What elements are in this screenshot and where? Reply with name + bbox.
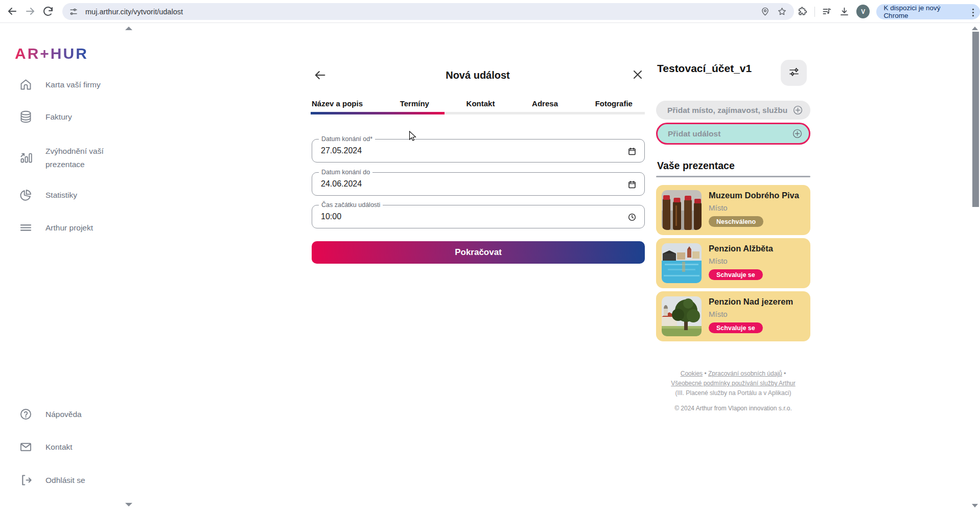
tab-contact[interactable]: Kontakt xyxy=(466,99,495,108)
sidebar-item-contact[interactable]: Kontakt xyxy=(19,440,73,454)
home-icon xyxy=(19,78,33,91)
sidebar-item-label: Statistiky xyxy=(45,189,77,202)
app-window: muj.arthur.city/vytvorit/udalost V xyxy=(0,0,980,510)
calendar-icon[interactable] xyxy=(627,147,637,156)
date-from-field[interactable]: Datum konání od* 27.05.2024 xyxy=(312,139,645,163)
copyright-text: © 2024 Arthur from Vlapon innovation s.r… xyxy=(646,405,821,412)
presentations-heading: Vaše prezentace xyxy=(657,160,735,172)
location-pin-icon[interactable] xyxy=(760,7,770,16)
toolbar-separator xyxy=(814,7,815,17)
pie-chart-icon xyxy=(19,188,33,202)
extensions-puzzle-icon[interactable] xyxy=(797,6,808,17)
sidebar-item-logout[interactable]: Odhlásit se xyxy=(19,473,85,487)
sidebar-item-label: Kontakt xyxy=(45,441,73,454)
browser-toolbar: muj.arthur.city/vytvorit/udalost V xyxy=(0,0,980,23)
clock-icon[interactable] xyxy=(627,213,637,222)
status-badge: Schvaluje se xyxy=(709,269,763,280)
sidebar-item-label: Arthur projekt xyxy=(45,221,93,235)
browser-back-icon[interactable] xyxy=(6,5,18,17)
terms-link[interactable]: Všeobecné podmínky používání služby Arth… xyxy=(671,380,795,387)
help-icon xyxy=(19,407,33,421)
presentations-divider xyxy=(656,176,810,177)
date-to-field[interactable]: Datum konání do 24.06.2024 xyxy=(312,172,645,196)
modal-title: Nová událost xyxy=(311,69,645,81)
sidebar-item-statistics[interactable]: Statistiky xyxy=(19,188,77,202)
plus-circle-icon xyxy=(792,128,803,139)
page-scroll-up-icon[interactable] xyxy=(972,27,978,30)
date-to-label: Datum konání do xyxy=(319,169,372,176)
modal-tabs: Název a popis Termíny Kontakt Adresa Fot… xyxy=(312,99,644,108)
download-icon[interactable] xyxy=(839,6,850,17)
sidebar-item-boost-presentation[interactable]: Zvýhodnění vaší prezentace xyxy=(19,145,120,171)
sidebar-scroll-down-icon[interactable] xyxy=(125,503,132,506)
sliders-icon xyxy=(788,66,800,80)
sidebar-item-arthur-project[interactable]: Arthur projekt xyxy=(19,221,93,235)
presentation-card-alzbeta[interactable]: Penzion Alžběta Místo Schvaluje se xyxy=(656,238,810,288)
personal-data-link[interactable]: Zpracování osobních údajů xyxy=(708,370,782,377)
sidebar-scroll-up-icon[interactable] xyxy=(125,27,132,30)
add-place-label: Přidat místo, zajímavost, službu xyxy=(667,106,787,115)
legal-note: (III. Placené služby na Portálu a v Apli… xyxy=(675,389,791,397)
bullet-separator: • xyxy=(703,370,708,377)
plus-circle-icon xyxy=(792,105,803,115)
card-subtitle: Místo xyxy=(709,257,728,265)
tab-dates[interactable]: Termíny xyxy=(400,99,429,108)
card-thumbnail-beer-bottles xyxy=(662,190,702,230)
presentation-card-muzeum[interactable]: Muzeum Dobrého Piva Místo Neschváleno xyxy=(656,185,810,235)
browser-forward-icon[interactable] xyxy=(24,5,36,17)
account-name: Testovací_účet_v1 xyxy=(657,62,752,75)
card-thumbnail-pool xyxy=(662,243,702,283)
mail-icon xyxy=(19,440,33,454)
sidebar-item-label: Zvýhodnění vaší prezentace xyxy=(45,145,120,171)
card-title: Penzion Alžběta xyxy=(709,244,773,253)
calendar-icon[interactable] xyxy=(627,180,637,189)
date-to-value[interactable]: 24.06.2024 xyxy=(321,179,362,189)
sidebar-item-label: Nápověda xyxy=(45,408,82,421)
continue-button[interactable]: Pokračovat xyxy=(312,241,645,264)
database-icon xyxy=(19,110,33,124)
sidebar-item-label: Odhlásit se xyxy=(45,474,85,487)
tab-address[interactable]: Adresa xyxy=(532,99,558,108)
chrome-update-label: K dispozici je nový Chrome xyxy=(883,4,965,19)
start-time-label: Čas začátku události xyxy=(319,201,383,208)
account-settings-button[interactable] xyxy=(781,60,807,86)
sidebar-item-help[interactable]: Nápověda xyxy=(19,407,82,421)
sidebar-item-label: Faktury xyxy=(45,110,72,124)
presentation-card-nad-jezerem[interactable]: Penzion Nad jezerem Místo Schvaluje se xyxy=(656,291,810,341)
card-title: Penzion Nad jezerem xyxy=(709,297,793,307)
tab-name-description[interactable]: Název a popis xyxy=(312,99,363,108)
date-from-value[interactable]: 27.05.2024 xyxy=(321,146,362,155)
bookmark-star-icon[interactable] xyxy=(777,7,787,16)
sidebar-item-company-card[interactable]: Karta vaší firmy xyxy=(19,78,101,91)
bullet-separator: • xyxy=(782,370,786,377)
modal-close-icon[interactable] xyxy=(631,67,645,82)
browser-menu-icon[interactable] xyxy=(968,7,977,16)
page-scroll-down-icon[interactable] xyxy=(972,504,978,507)
page-scrollbar-thumb[interactable] xyxy=(972,32,979,207)
status-badge: Schvaluje se xyxy=(709,322,763,333)
media-playlist-icon[interactable] xyxy=(822,6,832,17)
date-from-label: Datum konání od* xyxy=(319,135,375,143)
card-subtitle: Místo xyxy=(709,310,728,318)
card-thumbnail-tree-pension xyxy=(662,296,702,336)
browser-avatar[interactable]: V xyxy=(856,5,870,18)
start-time-value[interactable]: 10:00 xyxy=(321,212,341,221)
start-time-field[interactable]: Čas začátku události 10:00 xyxy=(312,205,645,228)
url-bar[interactable]: muj.arthur.city/vytvorit/udalost xyxy=(62,3,794,20)
sidebar-item-invoices[interactable]: Faktury xyxy=(19,110,72,124)
progress-fill xyxy=(311,112,445,114)
tab-photos[interactable]: Fotografie xyxy=(595,99,633,108)
sidebar-item-label: Karta vaší firmy xyxy=(45,78,101,91)
cookies-link[interactable]: Cookies xyxy=(681,370,703,377)
status-badge: Neschváleno xyxy=(709,216,763,227)
card-title: Muzeum Dobrého Piva xyxy=(709,191,799,200)
chrome-update-pill[interactable]: K dispozici je nový Chrome xyxy=(876,4,980,19)
site-settings-icon[interactable] xyxy=(69,7,78,16)
logout-icon xyxy=(19,473,33,487)
add-place-button[interactable]: Přidat místo, zajímavost, službu xyxy=(656,101,810,120)
add-event-button[interactable]: Přidat událost xyxy=(656,123,810,145)
url-text[interactable]: muj.arthur.city/vytvorit/udalost xyxy=(85,8,760,16)
browser-reload-icon[interactable] xyxy=(42,5,54,17)
legal-links: Cookies • Zpracování osobních údajů • Vš… xyxy=(646,369,821,398)
arthur-logo: AR+HUR xyxy=(15,45,88,62)
